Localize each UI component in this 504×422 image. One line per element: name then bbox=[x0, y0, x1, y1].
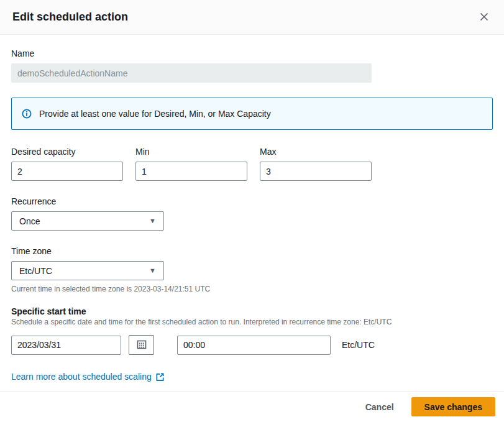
max-capacity-field: Max bbox=[260, 147, 372, 181]
desired-capacity-input[interactable] bbox=[11, 162, 123, 181]
modal-body: Name Provide at least one value for Desi… bbox=[0, 48, 504, 382]
recurrence-selected-value: Once bbox=[19, 216, 40, 226]
desired-capacity-label: Desired capacity bbox=[11, 147, 123, 157]
close-button[interactable] bbox=[477, 9, 492, 26]
modal-header: Edit scheduled action bbox=[0, 0, 504, 35]
calendar-button[interactable] bbox=[129, 335, 154, 355]
learn-more-label: Learn more about scheduled scaling bbox=[11, 372, 152, 382]
min-capacity-field: Min bbox=[135, 147, 247, 181]
external-link-icon bbox=[155, 372, 165, 382]
recurrence-select[interactable]: Once ▼ bbox=[11, 211, 164, 231]
max-capacity-label: Max bbox=[260, 147, 372, 157]
modal-title: Edit scheduled action bbox=[12, 11, 128, 24]
alert-text: Provide at least one value for Desired, … bbox=[39, 109, 271, 119]
name-field-group: Name bbox=[11, 48, 493, 83]
min-capacity-input[interactable] bbox=[135, 162, 247, 181]
recurrence-label: Recurrence bbox=[11, 196, 493, 206]
start-time-label: Specific start time bbox=[11, 306, 493, 316]
caret-down-icon: ▼ bbox=[149, 218, 156, 224]
timezone-suffix: Etc/UTC bbox=[342, 340, 375, 350]
name-input[interactable] bbox=[11, 63, 372, 83]
save-changes-button[interactable]: Save changes bbox=[411, 397, 495, 416]
timezone-group: Time zone Etc/UTC ▼ Current time in sele… bbox=[11, 246, 493, 293]
start-time-group: Specific start time Schedule a specific … bbox=[11, 306, 493, 355]
name-label: Name bbox=[11, 48, 493, 58]
timezone-select[interactable]: Etc/UTC ▼ bbox=[11, 261, 164, 280]
current-time-note: Current time in selected time zone is 20… bbox=[11, 285, 493, 293]
desired-capacity-field: Desired capacity bbox=[11, 147, 123, 181]
caret-down-icon: ▼ bbox=[149, 267, 156, 274]
modal-footer: Cancel Save changes bbox=[0, 391, 504, 422]
close-icon bbox=[479, 11, 489, 24]
time-input[interactable] bbox=[177, 336, 331, 355]
cancel-button[interactable]: Cancel bbox=[365, 402, 394, 412]
date-input[interactable] bbox=[11, 336, 121, 355]
info-icon bbox=[22, 109, 32, 119]
learn-more-link[interactable]: Learn more about scheduled scaling bbox=[11, 372, 165, 382]
timezone-label: Time zone bbox=[11, 246, 493, 256]
timezone-selected-value: Etc/UTC bbox=[19, 266, 52, 276]
calendar-icon bbox=[137, 339, 147, 351]
max-capacity-input[interactable] bbox=[260, 162, 372, 181]
info-alert: Provide at least one value for Desired, … bbox=[11, 98, 493, 130]
recurrence-group: Recurrence Once ▼ bbox=[11, 196, 493, 231]
datetime-row: Etc/UTC bbox=[11, 335, 493, 355]
min-capacity-label: Min bbox=[135, 147, 247, 157]
start-time-description: Schedule a specific date and time for th… bbox=[11, 318, 493, 326]
capacity-row: Desired capacity Min Max bbox=[11, 147, 493, 181]
